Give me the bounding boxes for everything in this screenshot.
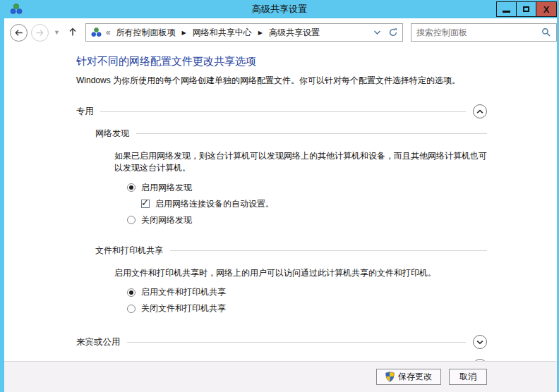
radio-selected-icon[interactable] [127, 183, 136, 192]
refresh-icon[interactable] [388, 27, 398, 37]
network-discovery-title: 网络发现 [95, 128, 129, 140]
close-button[interactable]: X [536, 2, 556, 16]
collapse-private-button[interactable] [473, 104, 487, 118]
window-frame: ▼ « 所有控制面板项 ▶ 网络和共享中心 ▶ 高级共享设置 [4, 18, 557, 392]
breadcrumb-network-sharing-center[interactable]: 网络和共享中心 [191, 27, 253, 39]
page-title: 针对不同的网络配置文件更改共享选项 [76, 55, 487, 68]
forward-button[interactable] [31, 24, 49, 42]
search-icon[interactable] [541, 27, 551, 37]
chevron-up-icon [476, 109, 483, 114]
advanced-sharing-settings-window: 高级共享设置 X ▼ [0, 0, 559, 392]
radio-enable-file-printer-sharing[interactable]: 启用文件和打印机共享 [127, 286, 487, 298]
radio-disable-network-discovery[interactable]: 关闭网络发现 [127, 214, 487, 226]
recent-pages-caret[interactable]: ▼ [54, 29, 60, 36]
radio-unselected-icon[interactable] [127, 216, 136, 224]
search-box [411, 23, 557, 42]
save-changes-label: 保存更改 [398, 371, 432, 383]
up-button[interactable] [67, 26, 78, 39]
uac-shield-icon [385, 372, 395, 382]
address-bar[interactable]: « 所有控制面板项 ▶ 网络和共享中心 ▶ 高级共享设置 [85, 23, 403, 42]
cancel-button[interactable]: 取消 [449, 369, 487, 385]
radio-label: 关闭文件和打印机共享 [141, 302, 226, 314]
breadcrumb-network-icon [90, 27, 102, 38]
divider [170, 250, 487, 251]
file-printer-sharing-header: 文件和打印机共享 [95, 245, 487, 257]
divider [127, 342, 467, 343]
network-discovery-options: 启用网络发现 启用网络连接设备的自动设置。 关闭网络发现 [127, 182, 487, 226]
back-button[interactable] [10, 24, 28, 42]
checkbox-auto-setup-devices[interactable]: 启用网络连接设备的自动设置。 [141, 198, 487, 210]
chevron-down-icon [476, 340, 483, 345]
page-subtitle: Windows 为你所使用的每个网络创建单独的网络配置文件。你可以针对每个配置文… [76, 75, 487, 87]
address-dropdown-icon[interactable] [373, 30, 381, 35]
footer-bar: 保存更改 取消 [4, 361, 557, 392]
save-changes-button[interactable]: 保存更改 [376, 369, 441, 385]
radio-label: 关闭网络发现 [141, 214, 192, 226]
network-discovery-description: 如果已启用网络发现，则这台计算机可以发现网络上的其他计算机和设备，而且其他网络计… [114, 150, 487, 175]
window-title: 高级共享设置 [0, 3, 559, 16]
profile-private-label: 专用 [76, 106, 94, 118]
breadcrumb-separator-icon: ▶ [177, 30, 191, 36]
network-discovery-header: 网络发现 [95, 128, 487, 140]
breadcrumb-advanced-sharing[interactable]: 高级共享设置 [268, 27, 321, 39]
minimize-icon [503, 11, 510, 13]
radio-enable-network-discovery[interactable]: 启用网络发现 [127, 182, 487, 194]
profile-guest-public-label: 来宾或公用 [76, 336, 121, 348]
expand-guest-public-button[interactable] [473, 335, 487, 349]
radio-label: 启用文件和打印机共享 [141, 286, 226, 298]
file-printer-sharing-description: 启用文件和打印机共享时，网络上的用户可以访问通过此计算机共享的文件和打印机。 [114, 267, 487, 279]
checkbox-label: 启用网络连接设备的自动设置。 [155, 198, 274, 210]
radio-unselected-icon[interactable] [127, 305, 136, 313]
breadcrumb-separator-icon: ▶ [253, 30, 268, 36]
radio-disable-file-printer-sharing[interactable]: 关闭文件和打印机共享 [127, 302, 487, 314]
forward-arrow-icon [35, 27, 45, 38]
divider [100, 111, 466, 112]
search-input[interactable] [416, 27, 541, 37]
navigation-toolbar: ▼ « 所有控制面板项 ▶ 网络和共享中心 ▶ 高级共享设置 [4, 18, 557, 47]
checkbox-checked-icon[interactable] [141, 200, 150, 208]
up-arrow-icon [67, 26, 78, 37]
minimize-button[interactable] [497, 2, 517, 16]
profile-guest-public-header: 来宾或公用 [76, 335, 487, 349]
divider [136, 133, 487, 134]
breadcrumb-overflow-chevron[interactable]: « [106, 27, 111, 37]
maximize-icon [523, 6, 529, 12]
breadcrumb-all-control-panel-items[interactable]: 所有控制面板项 [115, 27, 177, 39]
radio-selected-icon[interactable] [127, 288, 136, 297]
profile-private-header: 专用 [76, 104, 487, 118]
file-printer-sharing-title: 文件和打印机共享 [95, 245, 163, 257]
cancel-label: 取消 [459, 371, 476, 383]
back-arrow-icon [13, 27, 24, 38]
maximize-button[interactable] [517, 2, 536, 16]
titlebar: 高级共享设置 X [0, 0, 559, 18]
main-content: 针对不同的网络配置文件更改共享选项 Windows 为你所使用的每个网络创建单独… [4, 47, 557, 361]
radio-label: 启用网络发现 [141, 182, 192, 194]
file-printer-sharing-options: 启用文件和打印机共享 关闭文件和打印机共享 [127, 286, 487, 314]
window-controls: X [496, 1, 557, 17]
